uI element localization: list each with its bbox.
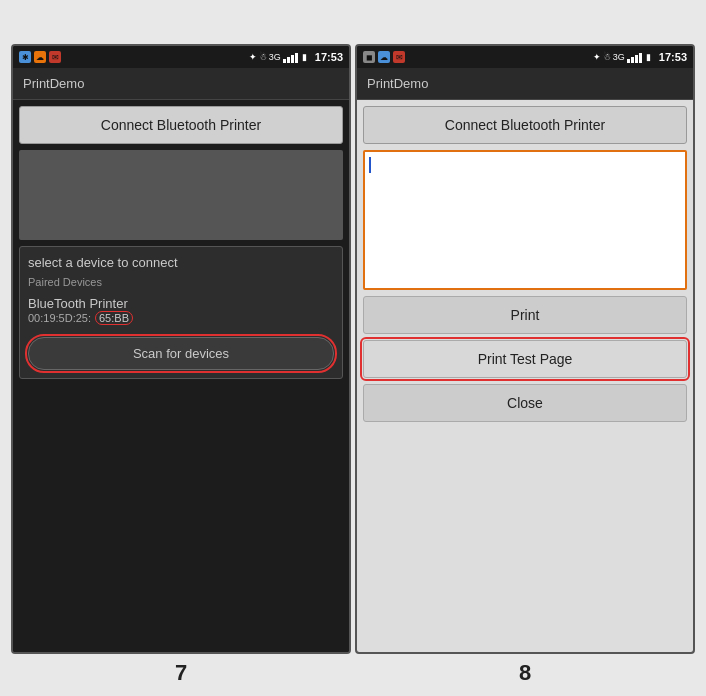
battery-icon-8: ▮ xyxy=(646,52,651,62)
phone-screen-8: ◼ ☁ ✉ ✦ ☃ 3G ▮ 17:53 xyxy=(355,44,695,654)
app-title-7: PrintDemo xyxy=(23,76,84,91)
cloud-icon-8: ☁ xyxy=(378,51,390,63)
bt-signal-icon-8: ✦ xyxy=(593,52,601,62)
signal-bars-8 xyxy=(627,51,642,63)
screen-content-7: Connect Bluetooth Printer select a devic… xyxy=(13,100,349,652)
time-display-8: 17:53 xyxy=(659,51,687,63)
signal-icon: ☃ xyxy=(259,52,267,62)
screen-number-7: 7 xyxy=(175,660,187,686)
3g-label: 3G xyxy=(269,52,281,62)
status-bar-7: ✱ ☁ ✉ ✦ ☃ 3G ▮ 17:53 xyxy=(13,46,349,68)
app-title-8: PrintDemo xyxy=(367,76,428,91)
cloud-icon: ☁ xyxy=(34,51,46,63)
print-test-page-btn[interactable]: Print Test Page xyxy=(363,340,687,378)
status-bar-right-7: ✦ ☃ 3G ▮ 17:53 xyxy=(249,51,343,63)
paired-devices-label: Paired Devices xyxy=(28,276,334,288)
screen-7-wrapper: ✱ ☁ ✉ ✦ ☃ 3G ▮ 17:53 xyxy=(11,44,351,686)
time-display-7: 17:53 xyxy=(315,51,343,63)
image-icon-8: ◼ xyxy=(363,51,375,63)
battery-icon-7: ▮ xyxy=(302,52,307,62)
signal-icon-8: ☃ xyxy=(603,52,611,62)
device-list-item[interactable]: BlueTooth Printer 00:19:5D:25:65:BB xyxy=(28,292,334,329)
signal-bars-7 xyxy=(283,51,298,63)
phone-screen-7: ✱ ☁ ✉ ✦ ☃ 3G ▮ 17:53 xyxy=(11,44,351,654)
status-bar-left-7: ✱ ☁ ✉ xyxy=(19,51,61,63)
screens-container: ✱ ☁ ✉ ✦ ☃ 3G ▮ 17:53 xyxy=(11,44,695,686)
email-icon: ✉ xyxy=(49,51,61,63)
address-highlight: 65:BB xyxy=(95,311,133,325)
status-bar-left-8: ◼ ☁ ✉ xyxy=(363,51,405,63)
scan-devices-btn[interactable]: Scan for devices xyxy=(28,337,334,370)
bluetooth-icon: ✱ xyxy=(19,51,31,63)
dropdown-header: select a device to connect xyxy=(28,255,334,270)
gray-display-area xyxy=(19,150,343,240)
print-btn[interactable]: Print xyxy=(363,296,687,334)
email-icon-8: ✉ xyxy=(393,51,405,63)
status-bar-right-8: ✦ ☃ 3G ▮ 17:53 xyxy=(593,51,687,63)
screen-8-wrapper: ◼ ☁ ✉ ✦ ☃ 3G ▮ 17:53 xyxy=(355,44,695,686)
device-dropdown-panel: select a device to connect Paired Device… xyxy=(19,246,343,379)
app-title-bar-8: PrintDemo xyxy=(357,68,693,100)
status-bar-8: ◼ ☁ ✉ ✦ ☃ 3G ▮ 17:53 xyxy=(357,46,693,68)
text-cursor xyxy=(369,157,371,173)
text-input-area[interactable] xyxy=(363,150,687,290)
address-prefix: 00:19:5D:25: xyxy=(28,312,91,324)
bt-signal-icon: ✦ xyxy=(249,52,257,62)
screen-content-8: Connect Bluetooth Printer Print Print Te… xyxy=(357,100,693,652)
app-title-bar-7: PrintDemo xyxy=(13,68,349,100)
screen-number-8: 8 xyxy=(519,660,531,686)
close-btn[interactable]: Close xyxy=(363,384,687,422)
3g-label-8: 3G xyxy=(613,52,625,62)
connect-bluetooth-btn-7[interactable]: Connect Bluetooth Printer xyxy=(19,106,343,144)
device-name: BlueTooth Printer xyxy=(28,296,334,311)
connect-bluetooth-btn-8[interactable]: Connect Bluetooth Printer xyxy=(363,106,687,144)
device-address: 00:19:5D:25:65:BB xyxy=(28,311,334,325)
